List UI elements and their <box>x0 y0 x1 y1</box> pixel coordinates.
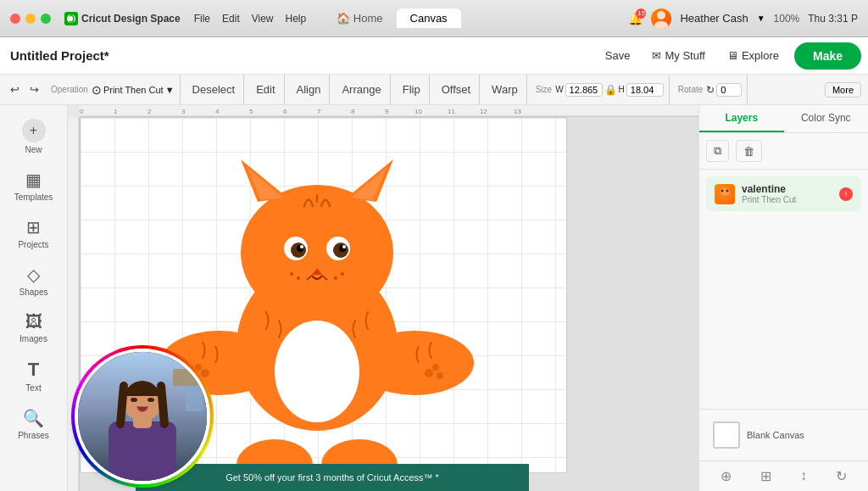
panel-copy-button[interactable]: ⧉ <box>706 140 729 162</box>
minimize-button[interactable] <box>25 14 36 24</box>
toolbar-actions: Save ✉ My Stuff 🖥 Explore Make <box>598 42 861 70</box>
operation-chevron-icon: ▼ <box>165 85 175 95</box>
svg-text:2: 2 <box>147 108 152 115</box>
tab-layers[interactable]: Layers <box>699 105 784 132</box>
panel-icon-1[interactable]: ⊕ <box>721 468 732 484</box>
panel-icon-2[interactable]: ⊞ <box>760 468 771 484</box>
sidebar-item-images-label: Images <box>19 334 47 343</box>
offset-button[interactable]: Offset <box>438 81 474 98</box>
panel-icon-4[interactable]: ↻ <box>836 468 847 484</box>
promo-text: Get 50% off your first 3 months of Cricu… <box>225 472 439 483</box>
size-h-input[interactable] <box>626 83 664 97</box>
sidebar-item-text-label: Text <box>25 383 41 393</box>
panel-actions: ⧉ 🗑 <box>699 133 868 170</box>
notification-badge: 15 <box>636 8 646 19</box>
svg-point-41 <box>334 276 337 280</box>
sidebar: + New ▦ Templates ⊞ Projects ◇ Shapes 🖼 … <box>0 105 68 491</box>
tab-home[interactable]: 🏠 Home <box>323 8 396 28</box>
panel-spacer <box>699 218 868 409</box>
menu-file[interactable]: File <box>194 13 210 25</box>
sidebar-item-text[interactable]: T Text <box>5 352 63 399</box>
titlebar-right: 🔔 15 Heather Cash ▼ 100% Thu 3:31 P <box>628 8 858 29</box>
canvas-area[interactable]: 0 1 2 3 4 5 6 7 8 9 10 11 12 13 <box>68 105 698 491</box>
nav-tabs: 🏠 Home Canvas <box>323 8 460 28</box>
layer-item-valentine[interactable]: valentine Print Then Cut ! <box>706 176 861 211</box>
undo-button[interactable]: ↩ <box>7 81 23 98</box>
sidebar-item-phrases[interactable]: 🔍 Phrases <box>5 401 63 447</box>
mystuff-button[interactable]: ✉ My Stuff <box>645 46 711 65</box>
op-toolbar: ↩ ↪ Operation ⊙ Print Then Cut ▼ Deselec… <box>0 75 868 105</box>
flip-group: Flip <box>394 75 430 104</box>
menu-view[interactable]: View <box>252 13 274 25</box>
sidebar-item-shapes-label: Shapes <box>19 287 48 297</box>
panel-tabs: Layers Color Sync <box>699 105 868 133</box>
flip-button[interactable]: Flip <box>399 81 424 98</box>
arrange-button[interactable]: Arrange <box>338 81 384 98</box>
svg-text:10: 10 <box>415 108 422 115</box>
make-button[interactable]: Make <box>794 42 861 70</box>
svg-point-59 <box>721 189 724 192</box>
operation-value[interactable]: Print Then Cut <box>103 85 164 95</box>
blank-canvas-thumb <box>713 421 740 449</box>
sidebar-item-new-label: New <box>25 145 42 154</box>
avatar[interactable] <box>651 8 671 29</box>
rotate-group: Rotate ↻ <box>673 75 748 104</box>
offset-group: Offset <box>433 75 480 104</box>
svg-text:9: 9 <box>385 108 389 115</box>
lock-icon: 🔒 <box>604 84 617 96</box>
close-button[interactable] <box>10 14 20 24</box>
svg-point-22 <box>236 439 313 465</box>
notification-icon[interactable]: 🔔 15 <box>628 12 643 25</box>
layer-type: Print Then Cut <box>742 195 832 204</box>
blank-canvas-item[interactable]: Blank Canvas <box>706 416 861 454</box>
layer-name: valentine <box>742 183 832 195</box>
svg-text:3: 3 <box>181 108 186 115</box>
svg-point-1 <box>657 11 665 20</box>
operation-icon: ⊙ <box>92 83 102 97</box>
svg-point-40 <box>290 272 293 276</box>
layer-info: valentine Print Then Cut <box>742 183 832 204</box>
chevron-down-icon[interactable]: ▼ <box>757 14 765 23</box>
tab-canvas[interactable]: Canvas <box>397 8 461 28</box>
menu-help[interactable]: Help <box>286 13 307 25</box>
deselect-button[interactable]: Deselect <box>189 81 239 98</box>
panel-delete-button[interactable]: 🗑 <box>736 140 762 162</box>
monitor-icon: 🖥 <box>727 49 738 62</box>
save-button[interactable]: Save <box>598 46 637 65</box>
main-area: + New ▦ Templates ⊞ Projects ◇ Shapes 🖼 … <box>0 105 868 491</box>
svg-text:11: 11 <box>448 108 455 115</box>
templates-icon: ▦ <box>25 170 42 190</box>
sidebar-item-images[interactable]: 🖼 Images <box>5 305 63 350</box>
svg-point-42 <box>341 272 344 276</box>
project-toolbar: Untitled Project* Save ✉ My Stuff 🖥 Expl… <box>0 37 868 75</box>
title-bar: Cricut Design Space File Edit View Help … <box>0 0 868 37</box>
sidebar-item-shapes[interactable]: ◇ Shapes <box>5 258 63 304</box>
sidebar-item-templates[interactable]: ▦ Templates <box>5 163 63 209</box>
menu-edit[interactable]: Edit <box>222 13 240 25</box>
deselect-group: Deselect <box>184 75 245 104</box>
align-button[interactable]: Align <box>293 81 325 98</box>
edit-button[interactable]: Edit <box>253 81 278 98</box>
arrange-group: Arrange <box>333 75 390 104</box>
sidebar-item-new[interactable]: + New <box>5 112 63 161</box>
sidebar-item-projects-label: Projects <box>18 240 48 249</box>
size-w-input[interactable] <box>565 83 603 97</box>
cricut-brand-icon <box>64 12 78 25</box>
more-button[interactable]: More <box>825 82 861 98</box>
svg-text:13: 13 <box>514 108 521 115</box>
svg-text:4: 4 <box>215 108 220 115</box>
svg-text:6: 6 <box>283 108 287 115</box>
project-title: Untitled Project* <box>7 48 593 63</box>
svg-point-21 <box>355 331 474 395</box>
layer-icon <box>715 184 735 204</box>
maximize-button[interactable] <box>41 14 51 24</box>
right-panel: Layers Color Sync ⧉ 🗑 valentine Print Th… <box>698 105 868 491</box>
tab-color-sync[interactable]: Color Sync <box>784 105 869 132</box>
warp-button[interactable]: Warp <box>488 81 521 98</box>
explore-button[interactable]: 🖥 Explore <box>721 46 786 65</box>
redo-button[interactable]: ↪ <box>26 81 42 98</box>
rotate-input[interactable] <box>716 83 742 97</box>
sidebar-item-templates-label: Templates <box>14 192 53 202</box>
panel-icon-3[interactable]: ↕ <box>800 468 807 484</box>
sidebar-item-projects[interactable]: ⊞ Projects <box>5 210 63 256</box>
